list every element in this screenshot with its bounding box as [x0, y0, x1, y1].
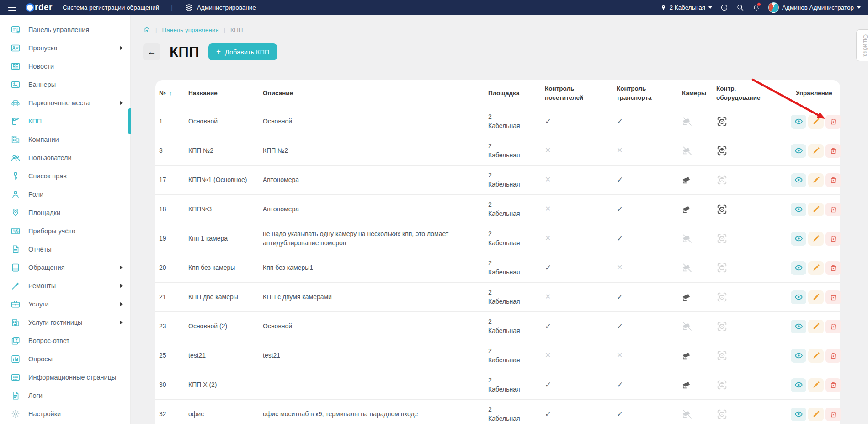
edit-button[interactable]: [808, 261, 824, 275]
cell-visitors: ✓: [541, 253, 613, 282]
sidebar-item-label: Компании: [28, 136, 59, 143]
row-actions: [788, 408, 841, 421]
sidebar-item-repair[interactable]: Ремонты: [0, 277, 130, 295]
edit-button[interactable]: [808, 173, 824, 187]
sidebar-item-banner[interactable]: Баннеры: [0, 75, 130, 94]
add-kpp-button[interactable]: + Добавить КПП: [208, 43, 277, 60]
menu-icon[interactable]: [7, 3, 17, 13]
sidebar-item-hotel[interactable]: Услуги гостиницы: [0, 313, 130, 332]
delete-button[interactable]: [825, 232, 841, 246]
delete-button[interactable]: [825, 378, 841, 392]
view-button[interactable]: [791, 115, 806, 129]
sidebar-item-log[interactable]: Логи: [0, 386, 130, 405]
sidebar-item-company[interactable]: Компании: [0, 130, 130, 149]
edit-button[interactable]: [808, 203, 824, 216]
edit-button[interactable]: [808, 320, 824, 333]
site-value: 2 Кабельная: [488, 230, 525, 247]
cell-site: 2 Кабельная: [488, 253, 541, 282]
table-body: 1ОсновнойОсновной2 Кабельная✓✓ 3КПП №2КП…: [155, 107, 840, 424]
edit-button[interactable]: [808, 232, 824, 246]
delete-button[interactable]: [825, 115, 841, 129]
sidebar-item-report[interactable]: Отчёты: [0, 240, 130, 258]
trash-icon: [830, 264, 837, 272]
view-button[interactable]: [791, 320, 806, 333]
view-button[interactable]: [791, 203, 806, 216]
delete-button[interactable]: [825, 261, 841, 275]
log-icon: [11, 391, 21, 401]
sidebar-item-location[interactable]: Площадки: [0, 204, 130, 222]
sidebar-item-kpp[interactable]: КПП: [0, 112, 130, 130]
sidebar-item-qa[interactable]: Вопрос-ответ: [0, 332, 130, 350]
sidebar-item-pass[interactable]: Пропуска: [0, 39, 130, 57]
cell-equipment: [716, 283, 788, 311]
home-icon[interactable]: [143, 26, 150, 33]
edit-button[interactable]: [808, 349, 824, 363]
eye-icon: [794, 381, 803, 389]
sidebar-item-service[interactable]: Услуги: [0, 295, 130, 313]
back-button[interactable]: ←: [143, 43, 160, 60]
section-administration[interactable]: Администрирование: [185, 3, 256, 12]
delete-button[interactable]: [825, 144, 841, 158]
eye-icon: [794, 117, 803, 126]
view-button[interactable]: [791, 144, 806, 158]
site-value: 2 Кабельная: [488, 317, 525, 335]
row-actions: [788, 173, 841, 187]
edit-button[interactable]: [808, 144, 824, 158]
qa-icon: [10, 336, 21, 346]
error-feedback-tab[interactable]: Ошибка: [856, 29, 868, 61]
user-menu[interactable]: Админов Администратор: [768, 2, 861, 13]
notifications-button[interactable]: [752, 4, 760, 12]
appeal-icon: [11, 263, 21, 273]
delete-button[interactable]: [825, 203, 841, 216]
camera-off-icon: [682, 263, 692, 273]
delete-button[interactable]: [825, 173, 841, 187]
sidebar-item-news[interactable]: Новости: [0, 57, 130, 75]
view-button[interactable]: [791, 232, 806, 246]
sidebar-item-label: Логи: [28, 392, 43, 399]
info-button[interactable]: [720, 4, 728, 11]
sidebar-item-appeal[interactable]: Обращения: [0, 258, 130, 277]
view-button[interactable]: [791, 408, 806, 421]
sidebar-item-infopage[interactable]: Информационные страницы: [0, 368, 130, 386]
logo-text: rder: [35, 3, 53, 11]
column-header-label: Площадка: [488, 89, 519, 98]
row-actions: [788, 349, 841, 363]
cell-site: 2 Кабельная: [488, 224, 541, 253]
column-header-num[interactable]: №↑: [155, 80, 188, 107]
poll-icon: [11, 354, 21, 364]
edit-button[interactable]: [808, 408, 824, 421]
check-icon: ✓: [545, 409, 551, 420]
sidebar-item-label: Опросы: [28, 355, 53, 363]
view-button[interactable]: [791, 261, 806, 275]
sidebar-item-meter[interactable]: Приборы учёта: [0, 222, 130, 240]
table-row: 20Кпп без камерыКпп без камеры12 Кабельн…: [155, 253, 840, 283]
delete-button[interactable]: [825, 320, 841, 333]
delete-button[interactable]: [825, 349, 841, 363]
site-selector[interactable]: 2 Кабельная: [660, 4, 712, 11]
trash-icon: [830, 235, 837, 243]
delete-button[interactable]: [825, 408, 841, 421]
breadcrumb-link-dashboard[interactable]: Панель управления: [162, 27, 219, 33]
search-button[interactable]: [736, 4, 744, 11]
sort-asc-icon[interactable]: ↑: [169, 89, 172, 98]
cell-transport: ✓: [613, 107, 682, 136]
edit-button[interactable]: [808, 115, 824, 129]
edit-button[interactable]: [808, 378, 824, 392]
sidebar-item-role[interactable]: Роли: [0, 185, 130, 204]
sidebar-item-panel[interactable]: Панель управления: [0, 21, 130, 39]
view-button[interactable]: [791, 173, 806, 187]
table-row: 19Кпп 1 камеране надо указывать одну кам…: [155, 224, 840, 253]
view-button[interactable]: [791, 290, 806, 304]
notification-badge: [757, 2, 761, 6]
sidebar-item-users[interactable]: Пользователи: [0, 149, 130, 167]
view-button[interactable]: [791, 378, 806, 392]
sidebar-item-settings[interactable]: Настройки: [0, 405, 130, 423]
edit-button[interactable]: [808, 290, 824, 304]
sidebar-item-poll[interactable]: Опросы: [0, 350, 130, 368]
delete-button[interactable]: [825, 290, 841, 304]
sidebar-item-key[interactable]: Список прав: [0, 167, 130, 185]
sidebar-item-parking[interactable]: Парковочные места: [0, 94, 130, 112]
row-actions: [788, 232, 841, 246]
view-button[interactable]: [791, 349, 806, 363]
row-actions: [788, 144, 841, 158]
